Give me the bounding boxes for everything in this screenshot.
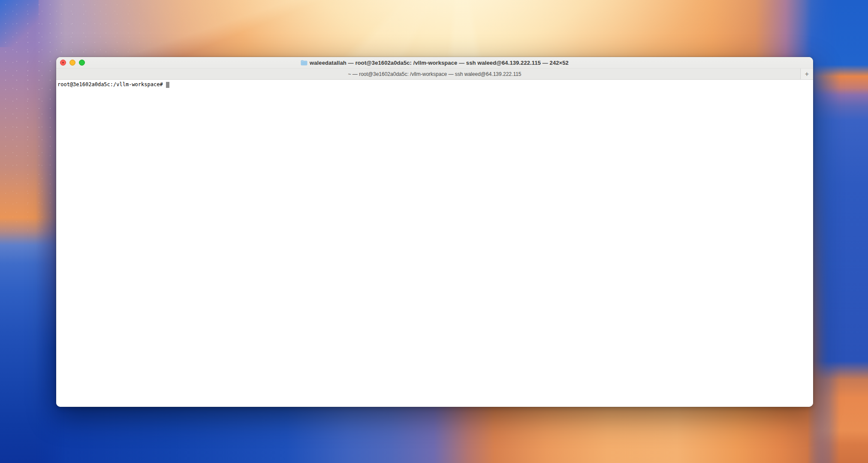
prompt-text: root@3e1602a0da5c:/vllm-workspace# [57, 81, 163, 88]
plus-icon: + [805, 71, 809, 78]
desktop: waleedatallah — root@3e1602a0da5c: /vllm… [0, 0, 868, 463]
close-button[interactable] [60, 60, 66, 66]
tab-bar: ~ — root@3e1602a0da5c: /vllm-workspace —… [56, 68, 813, 80]
folder-proxy-icon [301, 60, 307, 66]
window-title: waleedatallah — root@3e1602a0da5c: /vllm… [301, 60, 569, 66]
terminal-cursor [166, 82, 169, 88]
zoom-button[interactable] [79, 60, 85, 66]
minimize-button[interactable] [69, 60, 75, 66]
window-title-text: waleedatallah — root@3e1602a0da5c: /vllm… [310, 60, 569, 66]
terminal-window: waleedatallah — root@3e1602a0da5c: /vllm… [56, 57, 813, 407]
wallpaper-right-bands [806, 0, 868, 463]
prompt-line: root@3e1602a0da5c:/vllm-workspace# [57, 81, 812, 88]
tab-title[interactable]: ~ — root@3e1602a0da5c: /vllm-workspace —… [348, 71, 521, 77]
new-tab-button[interactable]: + [800, 69, 813, 79]
terminal-content[interactable]: root@3e1602a0da5c:/vllm-workspace# [56, 80, 813, 407]
window-titlebar[interactable]: waleedatallah — root@3e1602a0da5c: /vllm… [56, 57, 813, 68]
traffic-lights [60, 57, 85, 68]
